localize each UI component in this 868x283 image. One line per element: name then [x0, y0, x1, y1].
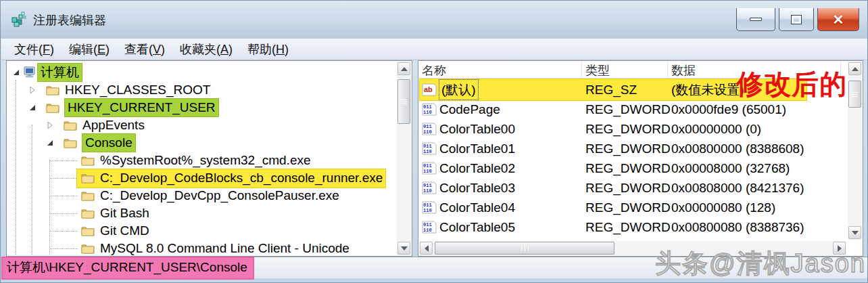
- tree-node-appevents[interactable]: AppEvents: [7, 116, 395, 134]
- dword-value-icon: 011 110: [422, 123, 437, 135]
- computer-icon: [23, 66, 37, 79]
- folder-icon: [81, 172, 95, 184]
- maximize-button[interactable]: [779, 8, 814, 31]
- tree-node-label[interactable]: Git CMD: [100, 222, 149, 240]
- tree-node-label[interactable]: %SystemRoot%_system32_cmd.exe: [100, 152, 311, 169]
- value-name[interactable]: ColorTable00: [439, 119, 515, 139]
- column-separator[interactable]: [581, 62, 582, 77]
- tree-node-label[interactable]: C:_Develop_CodeBlocks_cb_console_runner.…: [100, 169, 383, 187]
- scroll-down-button[interactable]: [397, 242, 410, 255]
- value-row-colortable02[interactable]: 011 110 ColorTable02 REG_DWORD 0x0000800…: [418, 158, 846, 178]
- tree-node-label[interactable]: MySQL 8.0 Command Line Client - Unicode: [100, 240, 349, 256]
- expand-toggle-icon[interactable]: [28, 86, 37, 94]
- scroll-left-button[interactable]: [420, 242, 433, 255]
- menu-favorites[interactable]: 收藏夹(A): [172, 39, 240, 60]
- registry-tree: 计算机 HKEY_CLASSES_ROOT HKEY_CURRENT_USER: [7, 61, 395, 256]
- value-name[interactable]: CodePage: [439, 100, 500, 119]
- registry-editor-window: 注册表编辑器 ✕ 文件(F) 编辑(E) 查看(V) 收藏夹(A) 帮助(H): [0, 0, 868, 283]
- value-row-colortable04[interactable]: 011 110 ColorTable04 REG_DWORD 0x0000008…: [418, 198, 846, 217]
- menu-help[interactable]: 帮助(H): [240, 39, 296, 60]
- scrollbar-grip: [401, 98, 407, 106]
- value-name[interactable]: ColorTable05: [439, 217, 515, 237]
- folder-icon: [81, 242, 95, 255]
- tree-pane: 计算机 HKEY_CLASSES_ROOT HKEY_CURRENT_USER: [6, 60, 412, 257]
- tree-node-git-cmd[interactable]: Git CMD: [7, 222, 395, 240]
- close-button[interactable]: ✕: [817, 8, 859, 31]
- menu-view[interactable]: 查看(V): [117, 39, 172, 60]
- tree-node-label[interactable]: Git Bash: [100, 204, 149, 222]
- menu-label: ): [161, 43, 165, 56]
- value-name[interactable]: ColorTable01: [439, 139, 515, 158]
- menu-access-key: H: [276, 43, 285, 56]
- scrollbar-thumb[interactable]: [397, 79, 410, 124]
- column-header-name[interactable]: 名称: [422, 62, 446, 79]
- collapse-toggle-icon[interactable]: [46, 139, 54, 147]
- tree-node-console[interactable]: Console: [7, 134, 395, 152]
- value-name[interactable]: (默认): [439, 80, 478, 100]
- dword-value-icon: 011 110: [422, 142, 437, 155]
- column-separator[interactable]: [667, 62, 668, 77]
- value-name[interactable]: ColorTable03: [439, 178, 515, 198]
- folder-icon: [81, 225, 95, 237]
- scroll-up-button[interactable]: [397, 62, 410, 75]
- menu-edit[interactable]: 编辑(E): [62, 39, 117, 60]
- menu-access-key: E: [97, 43, 105, 56]
- menu-label: ): [105, 43, 110, 56]
- value-row-colortable03[interactable]: 011 110 ColorTable03 REG_DWORD 0x0080800…: [418, 178, 846, 198]
- scrollbar-thumb[interactable]: [435, 242, 614, 255]
- tree-node-label[interactable]: HKEY_CLASSES_ROOT: [65, 81, 210, 99]
- window-controls: ✕: [733, 8, 859, 31]
- tree-node-label[interactable]: HKEY_CURRENT_USER: [65, 99, 218, 116]
- value-row-colortable05[interactable]: 011 110 ColorTable05 REG_DWORD 0x0080008…: [418, 217, 846, 237]
- scroll-up-button[interactable]: [848, 62, 861, 75]
- column-header-data[interactable]: 数据: [671, 62, 696, 79]
- svg-text:110: 110: [423, 227, 432, 233]
- tree-vertical-scrollbar[interactable]: [397, 62, 411, 255]
- tree-node-cmd-exe[interactable]: %SystemRoot%_system32_cmd.exe: [7, 152, 395, 169]
- svg-text:011: 011: [423, 183, 432, 188]
- svg-text:110: 110: [423, 129, 432, 135]
- tree-node-mysql-client[interactable]: MySQL 8.0 Command Line Client - Unicode: [7, 240, 395, 256]
- tree-node-computer[interactable]: 计算机: [7, 64, 395, 81]
- minimize-button[interactable]: [736, 8, 775, 31]
- tree-node-console-pauser[interactable]: C:_Develop_DevCpp_ConsolePauser.exe: [7, 187, 395, 204]
- dword-value-icon: 011 110: [422, 221, 437, 234]
- value-type: REG_DWORD: [585, 198, 671, 217]
- close-icon: ✕: [833, 12, 844, 28]
- window-title: 注册表编辑器: [33, 12, 106, 28]
- svg-text:011: 011: [423, 144, 432, 149]
- menu-access-key: A: [220, 43, 228, 56]
- menu-label: 文件(: [14, 43, 43, 56]
- tree-node-hkey-classes-root[interactable]: HKEY_CLASSES_ROOT: [7, 81, 395, 99]
- value-data: (数值未设置): [671, 80, 744, 100]
- collapse-toggle-icon[interactable]: [28, 104, 37, 112]
- tree-node-label[interactable]: C:_Develop_DevCpp_ConsolePauser.exe: [100, 187, 339, 204]
- value-name[interactable]: ColorTable02: [439, 158, 515, 178]
- tree-node-cb-console-runner[interactable]: C:_Develop_CodeBlocks_cb_console_runner.…: [7, 169, 395, 187]
- menu-file[interactable]: 文件(F): [7, 39, 62, 60]
- watermark: 头条@清枫Jason: [655, 246, 866, 281]
- tree-node-git-bash[interactable]: Git Bash: [7, 204, 395, 222]
- tree-node-label[interactable]: AppEvents: [82, 116, 145, 134]
- collapse-toggle-icon[interactable]: [12, 68, 20, 77]
- registry-app-icon: [10, 11, 28, 28]
- tree-node-label[interactable]: Console: [82, 134, 135, 152]
- value-name[interactable]: ColorTable04: [439, 198, 515, 217]
- value-data: 0x00000080 (128): [671, 198, 775, 217]
- expand-toggle-icon[interactable]: [46, 121, 54, 129]
- tree-node-label[interactable]: 计算机: [38, 64, 82, 81]
- svg-text:011: 011: [423, 124, 432, 129]
- folder-icon: [46, 102, 59, 114]
- scroll-down-button[interactable]: [848, 226, 861, 239]
- dword-value-icon: 011 110: [422, 162, 437, 175]
- arrow-left-icon: [425, 245, 429, 252]
- value-row-colortable00[interactable]: 011 110 ColorTable00 REG_DWORD 0x0000000…: [418, 119, 846, 139]
- column-header-type[interactable]: 类型: [585, 62, 610, 79]
- svg-text:110: 110: [423, 149, 432, 154]
- menu-label: 编辑(: [69, 43, 97, 56]
- scrollbar-thumb[interactable]: [848, 81, 861, 108]
- dword-value-icon: 011 110: [422, 201, 437, 214]
- list-vertical-scrollbar[interactable]: [848, 62, 862, 240]
- tree-node-hkey-current-user[interactable]: HKEY_CURRENT_USER: [7, 99, 395, 116]
- value-row-colortable01[interactable]: 011 110 ColorTable01 REG_DWORD 0x0080000…: [418, 139, 846, 158]
